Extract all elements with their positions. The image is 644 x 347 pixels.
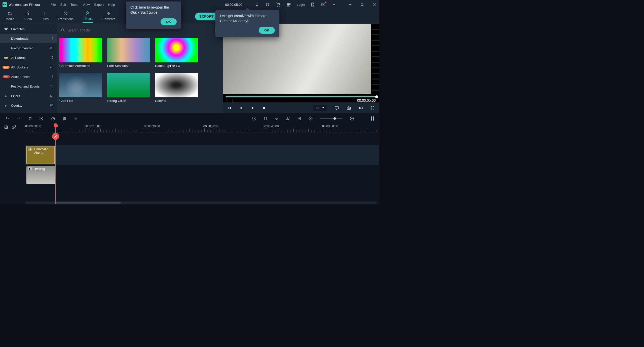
step-button[interactable] bbox=[239, 106, 243, 110]
track-video[interactable]: ▶1 Drawing bbox=[25, 165, 379, 185]
sidebar-count: 94 bbox=[50, 104, 53, 107]
sidebar-item-festival[interactable]: Festival and Events 10 bbox=[0, 82, 57, 91]
tab-audio[interactable]: Audio bbox=[23, 11, 32, 22]
mark-out-icon[interactable]: } bbox=[232, 98, 234, 102]
svg-point-40 bbox=[287, 119, 287, 120]
effect-label: Strong Glitch bbox=[107, 99, 150, 103]
snapshot-icon[interactable] bbox=[347, 106, 351, 110]
lightbulb-icon[interactable] bbox=[254, 2, 259, 7]
menu-edit[interactable]: Edit bbox=[60, 3, 66, 7]
effect-card[interactable]: Strong Glitch bbox=[107, 73, 150, 103]
track-effect[interactable]: ▶2 Chromatic Aberra bbox=[25, 145, 379, 165]
timeline-settings-icon[interactable] bbox=[371, 116, 374, 121]
search-effects-input[interactable] bbox=[61, 27, 134, 34]
menu-view[interactable]: View bbox=[83, 3, 90, 7]
gift-icon[interactable] bbox=[286, 2, 291, 7]
mark-in-icon[interactable]: { bbox=[226, 98, 228, 102]
window-minimize-icon[interactable] bbox=[348, 2, 353, 7]
effect-card[interactable]: Canvas bbox=[155, 73, 198, 103]
effect-card[interactable]: Cool Film bbox=[59, 73, 102, 103]
render-icon[interactable] bbox=[252, 116, 256, 121]
svg-rect-48 bbox=[371, 117, 372, 121]
ruler-label: 00:00:00:00 bbox=[25, 125, 41, 128]
login-button[interactable]: Login bbox=[297, 3, 305, 7]
zoom-slider[interactable] bbox=[320, 118, 343, 119]
sidebar-count: 5 bbox=[52, 56, 53, 59]
undo-button[interactable] bbox=[5, 117, 10, 121]
prev-frame-button[interactable] bbox=[228, 106, 232, 110]
sidebar-item-recommended[interactable]: Recommended 100 bbox=[0, 43, 57, 53]
play-button[interactable] bbox=[251, 106, 255, 110]
svg-point-32 bbox=[63, 119, 64, 120]
clip-effect[interactable]: Chromatic Aberra bbox=[26, 146, 55, 164]
volume-icon[interactable] bbox=[359, 106, 363, 110]
audio-waveform-icon[interactable] bbox=[74, 117, 79, 121]
keyframe-icon[interactable] bbox=[297, 117, 301, 121]
export-button[interactable]: EXPORT bbox=[195, 13, 218, 20]
zoom-in-button[interactable] bbox=[350, 116, 354, 121]
search-icon bbox=[61, 28, 65, 32]
download-icon[interactable] bbox=[331, 2, 336, 7]
clip-video[interactable]: Drawing bbox=[26, 166, 56, 184]
tab-titles[interactable]: Titles bbox=[41, 11, 49, 22]
tooltip-quick-start: Click here to re-open the Quick Start gu… bbox=[126, 2, 181, 29]
delete-button[interactable] bbox=[28, 116, 32, 121]
tab-effects[interactable]: Effects bbox=[83, 10, 93, 23]
search-field[interactable] bbox=[67, 28, 134, 32]
svg-rect-22 bbox=[347, 107, 350, 109]
tab-elements[interactable]: Elements bbox=[102, 11, 115, 22]
playhead[interactable] bbox=[55, 124, 56, 204]
support-icon[interactable] bbox=[265, 2, 270, 7]
menu-file[interactable]: File bbox=[51, 3, 56, 7]
sidebar-item-favorites[interactable]: Favorites 0 bbox=[0, 24, 57, 34]
svg-rect-20 bbox=[263, 107, 265, 109]
effect-card[interactable]: Chromatic Aberration bbox=[59, 38, 102, 68]
fullscreen-icon[interactable] bbox=[371, 106, 375, 110]
mail-icon[interactable] bbox=[321, 2, 326, 7]
display-settings-icon[interactable] bbox=[334, 106, 339, 110]
speed-button[interactable] bbox=[51, 116, 55, 121]
timeline-scrollbar[interactable] bbox=[25, 202, 377, 204]
sidebar-item-ar-stickers[interactable]: New AR Stickers 40 bbox=[0, 62, 57, 72]
sidebar-item-filters[interactable]: ▶ Filters 160 bbox=[0, 91, 57, 101]
menu-help[interactable]: Help bbox=[108, 3, 115, 7]
sidebar-count: 10 bbox=[50, 85, 53, 88]
menu-tools[interactable]: Tools bbox=[70, 3, 78, 7]
tab-media[interactable]: Media bbox=[6, 11, 14, 22]
scissors-icon[interactable] bbox=[52, 133, 59, 140]
effect-card[interactable]: Radio Explike FX bbox=[155, 38, 198, 68]
cart-icon[interactable] bbox=[276, 2, 281, 7]
scrollbar-thumb[interactable] bbox=[55, 202, 121, 204]
menu-export[interactable]: Export bbox=[94, 3, 104, 7]
sidebar-item-overlay[interactable]: ▶ Overlay 94 bbox=[0, 101, 57, 110]
sidebar-item-ai-portrait[interactable]: AI Portrait 5 bbox=[0, 53, 57, 62]
stop-button[interactable] bbox=[262, 106, 266, 110]
voiceover-icon[interactable] bbox=[275, 116, 279, 121]
sidebar-label: AR Stickers bbox=[11, 65, 28, 69]
link-icon[interactable] bbox=[12, 125, 16, 129]
svg-rect-8 bbox=[109, 14, 110, 15]
sidebar-item-downloads[interactable]: Downloads 6 bbox=[0, 34, 57, 43]
tooltip-ok-button[interactable]: OK bbox=[259, 27, 275, 34]
effect-label: Chromatic Aberration bbox=[59, 64, 102, 68]
save-icon[interactable] bbox=[310, 2, 315, 7]
sidebar-item-audio-effects[interactable]: HOT Audio Effects 5 bbox=[0, 72, 57, 82]
sidebar-count: 100 bbox=[48, 46, 53, 50]
sliders-icon[interactable] bbox=[62, 117, 67, 121]
tooltip-ok-button[interactable]: OK bbox=[161, 18, 177, 25]
effect-card[interactable]: Four Seasons bbox=[107, 38, 150, 68]
window-maximize-icon[interactable] bbox=[360, 2, 365, 7]
timeline-ruler[interactable]: 00:00:00:0000:00:10:0000:00:20:0000:00:3… bbox=[25, 124, 379, 132]
preview-scrubber[interactable] bbox=[225, 96, 377, 97]
audio-sync-icon[interactable] bbox=[286, 116, 290, 121]
svg-point-31 bbox=[65, 118, 66, 119]
tab-transitions[interactable]: Transitions bbox=[58, 11, 73, 22]
window-close-icon[interactable] bbox=[372, 2, 377, 7]
preview-page-dropdown[interactable]: 1/2 ▼ bbox=[313, 105, 327, 111]
split-button[interactable] bbox=[39, 116, 44, 121]
zoom-out-button[interactable] bbox=[308, 116, 313, 121]
marker-icon[interactable] bbox=[263, 116, 268, 121]
shapes-icon bbox=[106, 11, 111, 16]
redo-button[interactable] bbox=[17, 117, 21, 121]
add-track-icon[interactable] bbox=[4, 125, 8, 129]
